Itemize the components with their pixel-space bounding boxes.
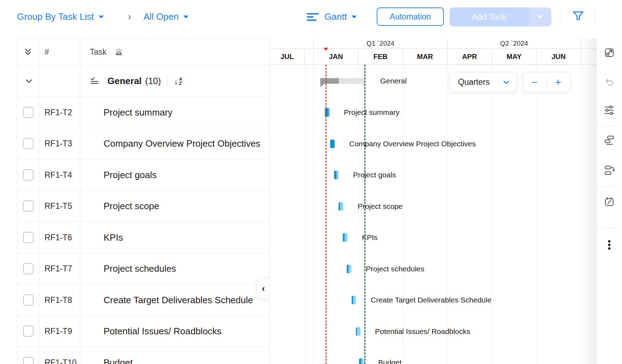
task-id: RF1-T3 xyxy=(45,139,72,148)
breadcrumb-separator: › xyxy=(128,0,131,36)
group-by-dropdown[interactable]: Group By Task List xyxy=(17,0,104,34)
column-header-number: # xyxy=(45,47,49,57)
add-task-dropdown[interactable] xyxy=(529,7,551,27)
month-cell: MAR xyxy=(403,49,447,65)
expand-icon[interactable] xyxy=(604,47,615,58)
task-stack-icon[interactable] xyxy=(604,135,615,146)
view-filter-dropdown[interactable]: All Open xyxy=(143,0,188,34)
toolbar: Group By Task List › All Open Gantt Auto… xyxy=(0,0,622,34)
quarter-cell xyxy=(270,38,314,49)
table-row: RF1-T6 KPIs xyxy=(17,222,269,253)
column-divider xyxy=(80,39,80,364)
collapse-all-button[interactable] xyxy=(23,47,33,57)
month-row: JULJANFEBMARAPRMAYJUN xyxy=(270,49,597,65)
quarter-cell: Q1 `2024 xyxy=(314,38,447,49)
add-task-button[interactable]: Add Task xyxy=(450,7,529,27)
right-sidebar xyxy=(597,0,622,364)
task-name[interactable]: Company Overview Project Objectives xyxy=(104,138,269,149)
task-group-row[interactable]: General (10) ↓ A Z xyxy=(17,65,269,97)
month-cell: MAY xyxy=(492,49,536,65)
month-cell xyxy=(581,49,597,65)
task-id: RF1-T10 xyxy=(45,358,77,364)
row-checkbox[interactable] xyxy=(23,138,34,149)
gantt-bar[interactable] xyxy=(343,233,347,242)
task-name[interactable]: Budget xyxy=(104,357,269,364)
timeline-scale-select[interactable]: Quarters xyxy=(450,72,517,92)
group-bar-label: General xyxy=(380,77,407,84)
row-checkbox[interactable] xyxy=(23,169,34,181)
filter-button[interactable] xyxy=(570,8,587,25)
view-switcher-gantt[interactable]: Gantt xyxy=(307,0,357,34)
quarter-cell: Q2 `2024 xyxy=(447,38,581,49)
row-checkbox[interactable] xyxy=(23,263,34,274)
row-checkbox[interactable] xyxy=(23,107,34,118)
chevron-down-icon xyxy=(183,16,188,18)
toolbar-divider xyxy=(595,10,595,22)
view-switcher-label: Gantt xyxy=(324,11,347,22)
gantt-bar-label: Company Overview Project Objectives xyxy=(349,140,476,148)
month-cell: FEB xyxy=(358,49,403,65)
gantt-chart: General Project summary Company Overview… xyxy=(270,65,597,364)
zoom-controls: − + xyxy=(523,72,570,92)
group-bar-tail xyxy=(320,84,324,87)
task-name[interactable]: Project summary xyxy=(104,107,269,118)
task-name[interactable]: Project schedules xyxy=(104,263,269,274)
row-checkbox[interactable] xyxy=(23,232,34,243)
alarm-icon[interactable] xyxy=(114,47,123,57)
sort-az-button[interactable]: ↓ A Z xyxy=(174,77,182,85)
automation-button[interactable]: Automation xyxy=(377,7,444,26)
baseline-icon[interactable] xyxy=(604,165,615,176)
column-header-task: Task xyxy=(90,47,123,57)
task-name[interactable]: KPIs xyxy=(104,232,269,243)
row-checkbox[interactable] xyxy=(23,294,34,306)
gridline xyxy=(581,65,581,364)
zoom-in-button[interactable]: + xyxy=(547,72,570,92)
chevron-down-icon xyxy=(352,16,357,18)
task-name[interactable]: Potential Issues/ Roadblocks xyxy=(104,326,269,337)
table-row: RF1-T2 Project summary xyxy=(17,97,269,128)
sliders-icon[interactable] xyxy=(604,105,615,116)
gantt-bar-label: Project schedules xyxy=(366,265,424,273)
collapse-panel-button[interactable]: ‹ xyxy=(257,277,270,299)
month-cell: JUL xyxy=(270,49,305,65)
start-date-line xyxy=(325,65,327,364)
gantt-bar-label: Budget xyxy=(378,358,402,364)
task-name[interactable]: Project scope xyxy=(104,201,269,212)
gantt-bar-label: Project summary xyxy=(344,108,400,117)
task-name[interactable]: Create Target Deliverables Schedule xyxy=(104,294,269,305)
task-column-label: Task xyxy=(90,47,106,57)
task-name[interactable]: Project goals xyxy=(104,169,269,180)
gantt-timeline: Q1 `2024Q2 `2024 JULJANFEBMARAPRMAYJUN G… xyxy=(269,38,597,364)
gantt-bar[interactable] xyxy=(334,171,339,179)
table-row: RF1-T8 Create Target Deliverables Schedu… xyxy=(17,284,269,316)
add-task-split-button[interactable]: Add Task xyxy=(450,7,551,27)
month-cell xyxy=(305,49,314,65)
group-header: General (10) ↓ A Z xyxy=(90,76,182,87)
table-row: RF1-T3 Company Overview Project Objectiv… xyxy=(17,128,269,160)
group-count: (10) xyxy=(145,76,161,86)
calendar-edit-icon[interactable] xyxy=(604,196,615,207)
kebab-menu-icon[interactable] xyxy=(604,240,615,250)
undo-icon[interactable] xyxy=(604,77,615,88)
group-collapse-button[interactable] xyxy=(24,76,34,86)
gantt-bar[interactable] xyxy=(339,202,343,211)
sidebar-divider xyxy=(601,126,618,127)
group-summary-bar[interactable] xyxy=(320,78,365,84)
month-cell: APR xyxy=(447,49,492,65)
gantt-bar[interactable] xyxy=(359,358,364,364)
table-row: RF1-T7 Project schedules xyxy=(17,253,269,285)
row-checkbox[interactable] xyxy=(23,325,34,337)
task-rows: RF1-T2 Project summary RF1-T3 Company Ov… xyxy=(17,97,269,364)
sidebar-divider xyxy=(601,228,618,228)
zoom-out-button[interactable]: − xyxy=(523,72,546,92)
gantt-bar[interactable] xyxy=(352,296,356,304)
gridline xyxy=(536,65,537,364)
gantt-bar[interactable] xyxy=(356,327,360,336)
task-id: RF1-T2 xyxy=(45,107,72,117)
gantt-bar-label: Project goals xyxy=(353,171,396,179)
row-checkbox[interactable] xyxy=(23,357,34,364)
row-checkbox[interactable] xyxy=(23,200,34,212)
gantt-bar[interactable] xyxy=(347,265,351,273)
gantt-bar[interactable] xyxy=(330,140,335,148)
group-name: General xyxy=(107,76,142,87)
